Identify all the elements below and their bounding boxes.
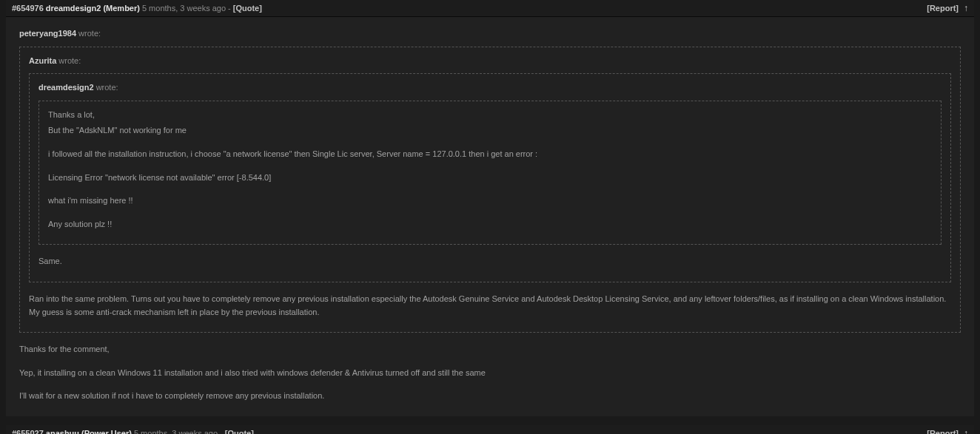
post-id[interactable]: #654976 — [12, 4, 44, 13]
separator: - — [228, 4, 231, 13]
quote-button[interactable]: [Quote] — [233, 4, 262, 13]
quote-text: Thanks a lot, — [48, 109, 932, 122]
post-username[interactable]: dreamdesign2 — [46, 4, 101, 13]
quote-text: Same. — [38, 255, 942, 268]
post-header: #654976 dreamdesign2 (Member) 5 months, … — [6, 0, 974, 17]
quote-button[interactable]: [Quote] — [225, 429, 254, 434]
quote-attribution: Azurita wrote: — [29, 55, 951, 68]
post-header-left: #654976 dreamdesign2 (Member) 5 months, … — [12, 4, 262, 13]
scroll-top-icon[interactable]: ↑ — [964, 428, 968, 434]
quote-text: But the "AdskNLM" not working for me — [48, 124, 932, 138]
quote-attribution: dreamdesign2 wrote: — [38, 81, 942, 95]
wrote-label: wrote: — [76, 29, 101, 38]
post-text: I'll wait for a new solution if not i ha… — [19, 390, 961, 403]
separator: - — [220, 429, 223, 434]
quote-text: Licensing Error "network license not ava… — [48, 172, 932, 185]
post-username[interactable]: anashuu — [46, 429, 79, 434]
quote-box: Azurita wrote: dreamdesign2 wrote: Thank… — [19, 47, 961, 333]
quote-box: Thanks a lot, But the "AdskNLM" not work… — [38, 101, 942, 245]
post-text: Thanks for the comment, — [19, 343, 961, 356]
quote-username[interactable]: Azurita — [29, 56, 56, 65]
quote-attribution: peteryang1984 wrote: — [19, 27, 961, 41]
wrote-label: wrote: — [56, 56, 81, 65]
quote-text: what i'm missing here !! — [48, 194, 932, 208]
post-header-left: #655027 anashuu (Power User) 5 months, 3… — [12, 429, 254, 434]
quote-username[interactable]: peteryang1984 — [19, 29, 76, 38]
post-id[interactable]: #655027 — [12, 429, 44, 434]
quote-text: i followed all the installation instruct… — [48, 148, 932, 161]
post-rank: (Member) — [103, 4, 140, 13]
post-header-right: [Report] ↑ — [927, 3, 968, 13]
post-time: 5 months, 3 weeks ago — [134, 429, 218, 434]
post-text: Yep, it installing on a clean Windows 11… — [19, 367, 961, 380]
scroll-top-icon[interactable]: ↑ — [964, 3, 968, 13]
quote-box: dreamdesign2 wrote: Thanks a lot, But th… — [29, 73, 951, 282]
report-button[interactable]: [Report] — [927, 429, 959, 434]
post-header-right: [Report] ↑ — [927, 428, 968, 434]
post-body: peteryang1984 wrote: Azurita wrote: drea… — [6, 17, 974, 416]
post-rank: (Power User) — [81, 429, 132, 434]
quote-username[interactable]: dreamdesign2 — [38, 83, 94, 92]
forum-post: #654976 dreamdesign2 (Member) 5 months, … — [6, 0, 974, 416]
quote-text: Any solution plz !! — [48, 218, 932, 231]
post-header: #655027 anashuu (Power User) 5 months, 3… — [6, 425, 974, 434]
forum-post: #655027 anashuu (Power User) 5 months, 3… — [6, 425, 974, 434]
quote-text: Ran into the same problem. Turns out you… — [29, 293, 951, 319]
report-button[interactable]: [Report] — [927, 4, 959, 13]
wrote-label: wrote: — [94, 83, 118, 92]
post-time: 5 months, 3 weeks ago — [142, 4, 226, 13]
